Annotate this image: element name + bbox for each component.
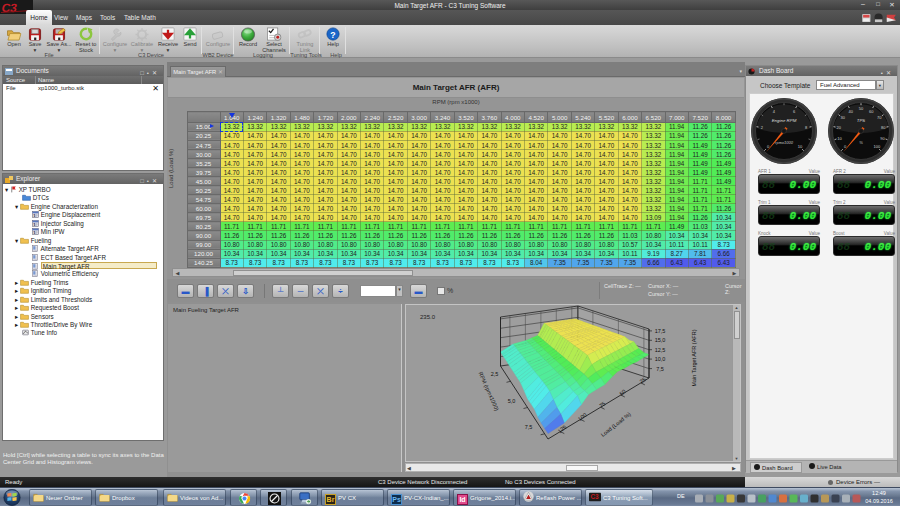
svg-text:7,5: 7,5 [656, 366, 664, 372]
svg-text:60: 60 [869, 109, 874, 114]
svg-text:30: 30 [841, 115, 846, 120]
svg-text:10,0: 10,0 [655, 356, 666, 362]
svg-text:12,5: 12,5 [655, 347, 666, 353]
svg-text:10: 10 [837, 136, 842, 141]
svg-text:Engine RPM: Engine RPM [772, 118, 797, 123]
svg-text:80: 80 [881, 125, 886, 130]
svg-text:50: 50 [859, 106, 864, 111]
svg-text:40: 40 [849, 109, 854, 114]
svg-text:TPS: TPS [857, 118, 866, 123]
svg-text:15,0: 15,0 [655, 337, 666, 343]
svg-text:C3: C3 [590, 493, 599, 500]
svg-text:rpmx1000: rpmx1000 [775, 140, 794, 145]
svg-text:10: 10 [798, 144, 803, 149]
svg-text:100: 100 [874, 144, 881, 149]
svg-text:100: 100 [577, 412, 588, 422]
svg-text:7,5: 7,5 [525, 424, 533, 430]
svg-text:5,0: 5,0 [508, 398, 516, 404]
svg-text:70: 70 [877, 115, 882, 120]
svg-text:20: 20 [837, 125, 842, 130]
svg-text:17,5: 17,5 [655, 328, 666, 334]
svg-text:%: % [859, 140, 863, 145]
svg-text:2,5: 2,5 [491, 371, 499, 377]
svg-text:90: 90 [880, 136, 885, 141]
svg-text:Load (Load %): Load (Load %) [600, 411, 632, 438]
svg-text:Main Target AFR (AFR): Main Target AFR (AFR) [691, 329, 697, 386]
